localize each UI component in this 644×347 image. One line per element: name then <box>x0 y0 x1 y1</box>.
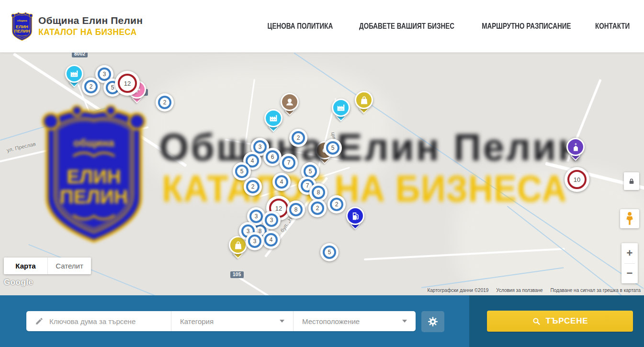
search-icon <box>532 317 541 326</box>
search-button[interactable]: ТЪРСЕНЕ <box>487 311 633 332</box>
keyword-input[interactable] <box>49 317 166 325</box>
search-bar: Категория Местоположение <box>0 295 644 347</box>
cluster-count: 2 <box>246 180 260 193</box>
nav-item-3[interactable]: КОНТАКТИ <box>595 22 630 30</box>
cluster-count: 5 <box>235 165 249 178</box>
fuel-pin-marker[interactable] <box>346 207 364 225</box>
cluster-marker-2[interactable]: 2 <box>308 199 327 217</box>
cluster-marker-2[interactable]: 2 <box>328 195 346 213</box>
cluster-count: 7 <box>282 156 295 169</box>
watermark-title: Община Елин Пелин <box>159 125 583 169</box>
cluster-marker-10[interactable]: 10 <box>565 167 589 192</box>
cluster-marker-8[interactable]: 8 <box>287 201 305 219</box>
cluster-count: 3 <box>265 213 278 227</box>
road-number-badge: 8002 <box>72 53 88 57</box>
map-canvas[interactable]: ул. Преславбул. „Новоселции 80028105 общ… <box>0 53 644 295</box>
cluster-marker-7[interactable]: 7 <box>280 154 298 172</box>
attribution-link[interactable]: Условия за ползване <box>496 288 542 293</box>
svg-text:ЕЛИН: ЕЛИН <box>16 24 28 29</box>
church-pin-marker[interactable] <box>566 138 585 156</box>
cluster-count: 10 <box>567 170 587 189</box>
cluster-count: 5 <box>323 246 336 259</box>
worker-pin-marker[interactable] <box>281 93 299 111</box>
cluster-count: 2 <box>84 80 98 93</box>
cluster-count: 8 <box>312 186 325 199</box>
svg-text:ЕЛИН: ЕЛИН <box>67 166 121 188</box>
factory-pin-marker[interactable] <box>332 99 350 117</box>
gear-icon <box>427 316 439 327</box>
cluster-marker-3[interactable]: 3 <box>246 232 264 250</box>
svg-text:община: община <box>17 19 28 22</box>
nav-item-2[interactable]: МАРШРУТНО РАЗПИСАНИЕ <box>482 22 571 30</box>
advanced-settings-button[interactable] <box>421 311 444 332</box>
location-select[interactable]: Местоположение <box>293 311 416 331</box>
cluster-count: 12 <box>118 74 137 93</box>
cluster-marker-5[interactable]: 5 <box>320 243 339 261</box>
svg-text:община: община <box>73 137 114 149</box>
cluster-marker-2[interactable]: 2 <box>289 129 307 147</box>
nav-item-1[interactable]: ДОБАВЕТЕ ВАШИЯТ БИЗНЕС <box>359 22 454 30</box>
bag-icon <box>233 240 243 250</box>
factory-pin-marker[interactable] <box>65 65 83 83</box>
map-type-map-button[interactable]: Карта <box>4 257 47 274</box>
cluster-count: 5 <box>326 141 339 155</box>
factory-icon <box>69 68 79 79</box>
cluster-count: 8 <box>289 203 303 216</box>
cluster-marker-6[interactable]: 6 <box>263 148 282 166</box>
cluster-marker-2[interactable]: 2 <box>244 178 262 196</box>
chevron-down-icon <box>280 320 284 323</box>
cluster-marker-2[interactable]: 2 <box>156 93 174 112</box>
cluster-marker-3[interactable]: 3 <box>262 211 281 229</box>
lock-button[interactable] <box>624 172 639 190</box>
google-logo[interactable]: Google <box>4 278 34 287</box>
keyword-field <box>26 311 171 331</box>
municipality-shield-logo: община ЕЛИН ПЕЛИН <box>11 11 34 42</box>
pegman-icon <box>624 212 635 226</box>
zoom-out-button[interactable]: − <box>621 264 638 284</box>
cluster-marker-5[interactable]: 5 <box>324 139 342 157</box>
cluster-marker-4[interactable]: 4 <box>262 231 280 249</box>
bag-pin-marker[interactable] <box>355 91 373 109</box>
nav-item-0[interactable]: ЦЕНОВА ПОЛИТИКА <box>268 22 333 30</box>
header: община ЕЛИН ПЕЛИН Община Елин Пелин КАТА… <box>0 0 644 53</box>
factory-icon <box>268 113 279 123</box>
cluster-marker-12[interactable]: 12 <box>115 71 140 96</box>
search-fields: Категория Местоположение <box>26 311 416 331</box>
lock-icon <box>628 177 635 186</box>
map-type-satellite-button[interactable]: Сателит <box>47 257 91 274</box>
svg-text:ПЕЛИН: ПЕЛИН <box>14 29 30 34</box>
factory-pin-marker[interactable] <box>264 109 282 127</box>
cluster-marker-4[interactable]: 4 <box>272 173 291 191</box>
site-logo[interactable]: община ЕЛИН ПЕЛИН Община Елин Пелин КАТА… <box>11 11 143 42</box>
cluster-count: 3 <box>248 235 261 248</box>
attribution-link[interactable]: Подаване на сигнал за грешка в картата <box>551 288 641 293</box>
cluster-count: 2 <box>158 96 171 109</box>
category-select[interactable]: Категория <box>171 311 293 331</box>
pencil-icon <box>35 317 44 325</box>
cluster-marker-2[interactable]: 2 <box>82 78 100 96</box>
watermark-subtitle: КАТАЛОГ НА БИЗНЕСА <box>162 168 567 210</box>
road-line <box>238 277 292 295</box>
cluster-count: 4 <box>275 175 288 189</box>
factory-icon <box>336 102 346 113</box>
site-title: Община Елин Пелин <box>38 15 143 26</box>
svg-text:ПЕЛИН: ПЕЛИН <box>60 186 128 208</box>
search-button-label: ТЪРСЕНЕ <box>546 316 588 326</box>
cluster-count: 2 <box>330 198 343 211</box>
cluster-count: 6 <box>266 150 279 164</box>
road-number-badge: 105 <box>230 271 244 278</box>
map-attribution: Картографски данни ©2019Условия за ползв… <box>427 288 641 293</box>
worker-icon <box>284 97 295 107</box>
cluster-count: 2 <box>311 201 324 215</box>
main-nav: ЦЕНОВА ПОЛИТИКАДОБАВЕТЕ ВАШИЯТ БИЗНЕСМАР… <box>264 22 632 30</box>
zoom-control: + − <box>621 243 638 283</box>
street-label: ул. Преслав <box>6 141 36 153</box>
zoom-in-button[interactable]: + <box>621 243 638 263</box>
church-icon <box>571 142 581 152</box>
chevron-down-icon <box>402 320 407 323</box>
location-select-value: Местоположение <box>302 317 360 325</box>
cluster-count: 4 <box>264 233 278 246</box>
cluster-count: 5 <box>304 165 317 178</box>
bag-icon <box>359 95 369 105</box>
street-view-pegman[interactable] <box>620 209 639 228</box>
